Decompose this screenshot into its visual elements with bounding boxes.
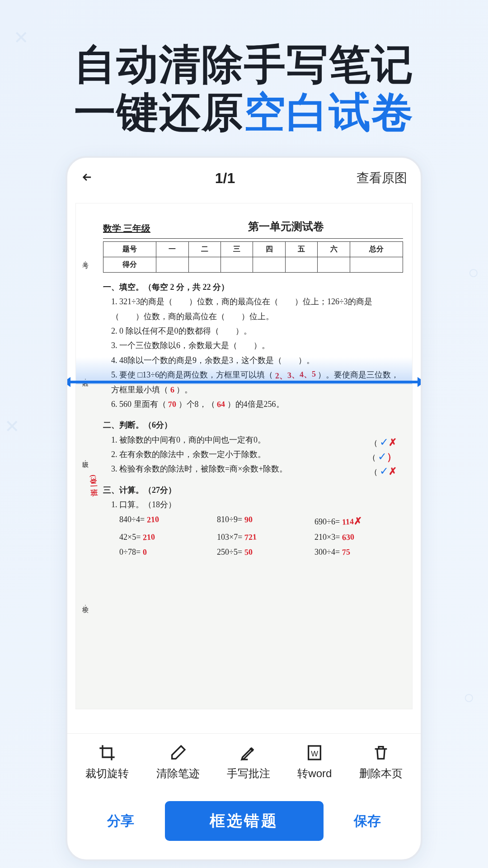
calc-row: 42×5= 210103×7= 721210×3= 630: [119, 530, 403, 544]
score-table: 题号一二三四五六总分 得分: [103, 241, 403, 273]
side-label-id: 考号：: [80, 258, 91, 264]
exam-paper: 考号： 姓名： 班级： 三(3)班 学校： 数学 三年级 第一单元测试卷 题号一…: [76, 203, 412, 709]
delete-page-button[interactable]: 删除本页: [359, 743, 403, 781]
view-original-button[interactable]: 查看原图: [357, 170, 407, 187]
pencil-icon: [239, 743, 258, 763]
phone-frame: 1/1 查看原图 考号： 姓名： 班级： 三(3)班 学校： 数学 三年级 第一…: [66, 156, 422, 861]
calc-row: 0÷78= 0250÷5= 50300÷4= 75: [119, 545, 403, 559]
share-button[interactable]: 分享: [81, 812, 160, 830]
save-button[interactable]: 保存: [328, 812, 408, 830]
scan-divider[interactable]: [69, 381, 419, 383]
document-preview[interactable]: 考号： 姓名： 班级： 三(3)班 学校： 数学 三年级 第一单元测试卷 题号一…: [75, 203, 413, 709]
headline-line1: 自动清除手写笔记: [0, 41, 488, 89]
section3-title: 三、计算。（27分）: [103, 483, 403, 497]
crop-icon: [97, 743, 117, 763]
q1-2: 2. 0 除以任何不是0的数都得（ ）。: [111, 324, 403, 338]
side-label-school: 学校：: [80, 601, 91, 608]
topbar: 1/1 查看原图: [67, 158, 421, 198]
side-label-class: 班级：: [80, 457, 91, 463]
q1-1: 1. 321÷3的商是（ ）位数，商的最高位在（ ）位上；126÷3的商是（ ）…: [111, 294, 403, 324]
q1-6: 6. 560 里面有（ 70 ）个8，（ 64 ）的4倍是256。: [111, 397, 403, 411]
select-wrong-button[interactable]: 框选错题: [165, 801, 324, 841]
headline-line2: 一键还原空白试卷: [0, 89, 488, 137]
promo-headline: 自动清除手写笔记 一键还原空白试卷: [0, 0, 488, 137]
bottombar: 分享 框选错题 保存: [67, 796, 421, 859]
erase-handwriting-button[interactable]: 清除笔迹: [156, 743, 200, 781]
q1-3: 3. 一个三位数除以6，余数最大是（ ）。: [111, 338, 403, 353]
q2-2: 2. 在有余数的除法中，余数一定小于除数。 （ ✓）: [111, 447, 403, 462]
crop-rotate-button[interactable]: 裁切旋转: [85, 743, 129, 781]
back-button[interactable]: [81, 169, 94, 188]
section2-title: 二、判断。（6分）: [103, 418, 403, 432]
section1-title: 一、填空。（每空 2 分，共 22 分）: [103, 280, 403, 294]
q3-sub: 1. 口算。（18分）: [111, 497, 403, 512]
subject-label: 数学 三年级: [103, 220, 150, 236]
annotate-button[interactable]: 手写批注: [227, 743, 270, 781]
eraser-icon: [168, 743, 188, 763]
svg-text:W: W: [311, 750, 319, 758]
convert-word-button[interactable]: W 转word: [297, 743, 332, 781]
side-class-value: 三(3)班: [87, 474, 100, 483]
q2-1: 1. 被除数的中间有0，商的中间也一定有0。 （ ✓✗: [111, 433, 403, 447]
unit-title: 第一单元测试卷: [169, 217, 403, 236]
q2-3: 3. 检验有余数的除法时，被除数=商×余数+除数。 （ ✓✗: [111, 462, 403, 476]
trash-icon: [371, 743, 391, 763]
scan-glow: [76, 357, 412, 384]
toolbar: 裁切旋转 清除笔迹 手写批注 W 转word 删除本页: [67, 733, 421, 796]
page-counter: 1/1: [94, 170, 357, 187]
word-icon: W: [305, 743, 324, 763]
calc-row: 840÷4= 210810÷9= 90690÷6= 114✗: [119, 512, 403, 530]
